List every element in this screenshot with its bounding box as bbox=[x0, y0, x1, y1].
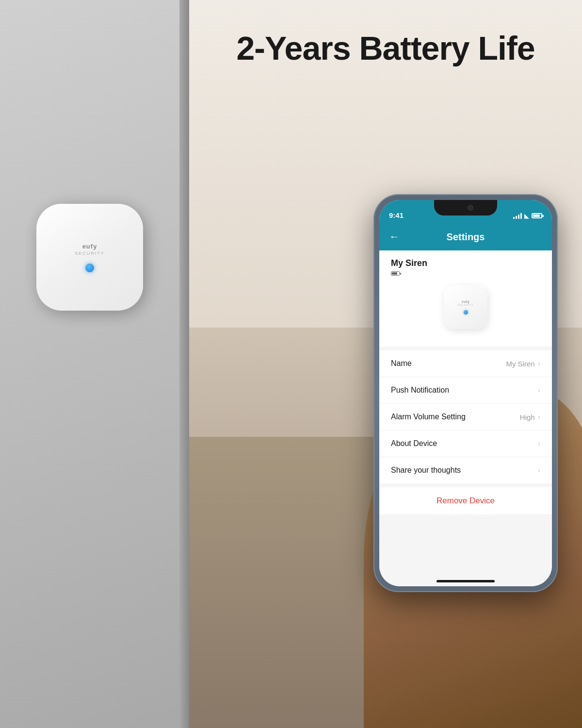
device-brand-label: eufy bbox=[82, 243, 97, 250]
settings-label-name: Name bbox=[391, 359, 506, 368]
app-device-brand: eufy bbox=[462, 300, 469, 303]
phone-screen: 9:41 ◣ bbox=[379, 200, 552, 586]
back-button[interactable]: ← bbox=[389, 231, 400, 243]
settings-item-about[interactable]: About Device › bbox=[379, 430, 552, 457]
settings-value-name: My Siren bbox=[506, 360, 534, 368]
app-device-sub: SECURITY bbox=[457, 303, 473, 306]
settings-label-push: Push Notification bbox=[391, 386, 538, 395]
chevron-right-icon: › bbox=[538, 413, 540, 421]
settings-item-share[interactable]: Share your thoughts › bbox=[379, 457, 552, 483]
settings-list: Name My Siren › Push Notification › Alar… bbox=[379, 350, 552, 483]
settings-item-push-notification[interactable]: Push Notification › bbox=[379, 377, 552, 404]
header-title: Settings bbox=[447, 232, 485, 243]
settings-label-share: Share your thoughts bbox=[391, 466, 538, 475]
device-body: eufy SECURITY bbox=[36, 204, 143, 311]
phone-notch bbox=[434, 200, 497, 215]
front-camera bbox=[468, 205, 473, 211]
left-panel: eufy SECURITY bbox=[0, 0, 189, 728]
chevron-right-icon: › bbox=[538, 386, 540, 395]
device-name: My Siren bbox=[391, 258, 427, 268]
right-panel: 2-Years Battery Life 9:41 bbox=[189, 0, 582, 728]
settings-item-name[interactable]: Name My Siren › bbox=[379, 350, 552, 377]
status-icons: ◣ bbox=[513, 212, 542, 219]
battery-fill bbox=[533, 215, 540, 217]
settings-label-about: About Device bbox=[391, 439, 538, 448]
scene: eufy SECURITY 2-Years Battery Life bbox=[0, 0, 582, 728]
settings-value-alarm: High bbox=[520, 413, 535, 421]
status-time: 9:41 bbox=[389, 211, 404, 219]
wall-edge bbox=[179, 0, 189, 728]
phone-container: 9:41 ◣ bbox=[364, 194, 582, 728]
app-device-dot bbox=[464, 310, 468, 314]
app-content: My Siren eufy SECU bbox=[379, 250, 552, 586]
battery-small-icon bbox=[391, 271, 400, 276]
device-info-section: My Siren eufy SECU bbox=[379, 250, 552, 347]
app-device-image: eufy SECURITY bbox=[391, 276, 540, 339]
app-header: ← Settings bbox=[379, 223, 552, 250]
remove-section: Remove Device bbox=[379, 487, 552, 514]
main-heading: 2-Years Battery Life bbox=[189, 29, 582, 67]
app-device-img: eufy SECURITY bbox=[444, 285, 487, 329]
wifi-icon: ◣ bbox=[524, 212, 529, 219]
phone-frame: 9:41 ◣ bbox=[373, 194, 558, 592]
device-sub-label: SECURITY bbox=[75, 251, 105, 256]
settings-item-alarm-volume[interactable]: Alarm Volume Setting High › bbox=[379, 404, 552, 430]
home-indicator bbox=[436, 580, 495, 582]
chevron-right-icon: › bbox=[538, 439, 540, 448]
battery-indicator bbox=[391, 271, 540, 276]
battery-icon bbox=[532, 213, 542, 218]
remove-device-button[interactable]: Remove Device bbox=[436, 496, 495, 506]
device-name-row: My Siren bbox=[391, 258, 540, 268]
settings-label-alarm: Alarm Volume Setting bbox=[391, 413, 520, 421]
chevron-right-icon: › bbox=[538, 359, 540, 368]
signal-icon bbox=[513, 213, 522, 219]
eufy-device: eufy SECURITY bbox=[36, 204, 153, 320]
chevron-right-icon: › bbox=[538, 466, 540, 475]
device-indicator-dot bbox=[85, 264, 94, 272]
battery-small-fill bbox=[392, 272, 397, 275]
